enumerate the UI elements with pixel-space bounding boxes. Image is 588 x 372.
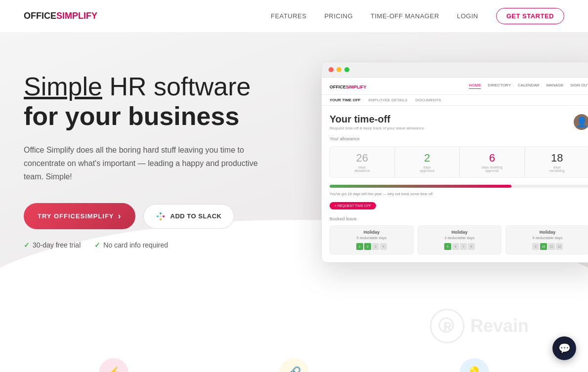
app-nav-links: HOME DIRECTORY CALENDAR MANAGE SIGN OUT — [469, 83, 588, 89]
progress-bar-wrap — [330, 185, 588, 188]
booked-days-1: 5 deductable days — [334, 236, 409, 240]
empower-icon: 💡 — [467, 366, 482, 372]
booked-label: Booked leave — [330, 216, 588, 221]
feature-integrate: 🔗 Integrate — [204, 358, 384, 372]
allow-num-remaining: 18 — [529, 152, 586, 165]
cal-cell: 11 — [548, 243, 555, 250]
svg-rect-3 — [163, 215, 165, 217]
cal-cell: 6 — [452, 243, 459, 250]
booked-type-3: Holiday — [510, 230, 585, 235]
app-header-row: Your time-off Request time-off & keep tr… — [330, 114, 588, 130]
allowance-label: Your allowance — [330, 136, 588, 141]
calendar-row-1: 1 2 3 4 — [334, 243, 409, 250]
logo-simplify: SIMPLIFY — [56, 11, 97, 21]
cal-cell: 2 — [364, 243, 371, 250]
app-body: Your time-off Request time-off & keep tr… — [322, 106, 588, 262]
check-card: ✓ No card info required — [94, 241, 168, 249]
cal-cell: 12 — [556, 243, 563, 250]
app-nav-bar: OFFICESIMPLIFY HOME DIRECTORY CALENDAR M… — [322, 78, 588, 95]
modernize-icon-wrap: ⚡ — [99, 358, 128, 372]
get-started-button[interactable]: GET STARTED — [496, 8, 564, 24]
slack-button-label: ADD TO SLACK — [170, 212, 222, 220]
booked-card-3: Holiday 9 deductable days 9 10 11 12 — [505, 225, 588, 254]
calendar-row-3: 9 10 11 12 — [510, 243, 585, 250]
app-tabs: YOUR TIME OFF EMPLOYEE DETAILS DOCUMENTS — [322, 95, 588, 106]
app-nav-signout: SIGN OUT — [570, 83, 588, 89]
arrow-icon: › — [118, 211, 122, 221]
window-dot-yellow — [336, 67, 341, 72]
add-to-slack-button[interactable]: ADD TO SLACK — [143, 204, 234, 229]
allow-card-approved: 2 daysapproved — [395, 146, 460, 178]
app-titlebar — [322, 62, 588, 78]
check-trial: ✓ 30-day free trial — [24, 241, 81, 249]
progress-bar-fill — [330, 185, 511, 188]
allow-card-total: 26 daysallowance — [330, 146, 395, 178]
checkmark-icon-2: ✓ — [94, 241, 100, 249]
nav-timeoff[interactable]: TIME-OFF MANAGER — [371, 12, 439, 20]
booked-type-2: Holiday — [422, 230, 497, 235]
cal-cell: 8 — [468, 243, 475, 250]
allowance-cards: 26 daysallowance 2 daysapproved 6 days a… — [330, 146, 588, 178]
try-button-label: TRY OFFICESIMPLIFY — [38, 212, 114, 220]
cal-cell: 5 — [444, 243, 451, 250]
logo: OFFICESIMPLIFY — [24, 11, 97, 21]
booked-cards: Holiday 5 deductable days 1 2 3 4 Holida… — [330, 225, 588, 254]
app-page-title: Your time-off — [330, 114, 424, 125]
app-nav-home: HOME — [469, 83, 481, 89]
svg-rect-1 — [160, 212, 162, 214]
app-nav-directory: DIRECTORY — [488, 83, 511, 89]
window-dot-green — [344, 67, 349, 72]
cal-cell: 3 — [372, 243, 379, 250]
nav-login[interactable]: LOGIN — [457, 12, 478, 20]
cal-cell: 4 — [380, 243, 387, 250]
check-trial-label: 30-day free trial — [33, 241, 81, 249]
slack-icon — [156, 211, 166, 221]
feature-modernize: ⚡ Modernize — [24, 358, 204, 372]
check-card-label: No card info required — [103, 241, 168, 249]
booked-days-3: 9 deductable days — [510, 236, 585, 240]
hero-checks: ✓ 30-day free trial ✓ No card info requi… — [24, 241, 261, 249]
avatar: 👤 — [574, 114, 588, 130]
app-logo-simplify: SIMPLIFY — [346, 84, 367, 89]
modernize-icon: ⚡ — [106, 366, 121, 372]
cal-cell: 9 — [532, 243, 539, 250]
window-dot-red — [329, 67, 334, 72]
allow-num-total: 26 — [334, 152, 390, 165]
checkmark-icon: ✓ — [24, 241, 30, 249]
integrate-icon: 🔗 — [287, 366, 301, 372]
hero-buttons: TRY OFFICESIMPLIFY › ADD TO SLACK — [24, 203, 261, 229]
allow-label-approved: daysapproved — [399, 165, 456, 172]
cal-cell: 1 — [356, 243, 363, 250]
nav-pricing[interactable]: PRICING — [324, 12, 353, 20]
app-logo-office: OFFICE — [330, 84, 346, 89]
hero-title-line2: for your business — [24, 102, 261, 131]
revain-logo-icon — [437, 316, 457, 336]
hero-section: Simple HR software for your business Off… — [0, 32, 588, 299]
booked-card-1: Holiday 5 deductable days 1 2 3 4 — [330, 225, 414, 254]
avatar-placeholder: 👤 — [576, 116, 588, 128]
cal-cell: 10 — [540, 243, 547, 250]
empower-icon-wrap: 💡 — [460, 358, 489, 372]
booked-card-2: Holiday 3 deductable days 5 6 7 8 — [418, 225, 502, 254]
hero-content: Simple HR software for your business Off… — [24, 72, 261, 249]
features-row: ⚡ Modernize 🔗 Integrate 💡 Empower — [24, 358, 564, 372]
allow-card-remaining: 18 daysremaining — [525, 146, 588, 178]
request-time-off-button[interactable]: » REQUEST TIME OFF — [330, 202, 376, 209]
svg-rect-2 — [160, 218, 162, 220]
app-tab-employee: EMPLOYEE DETAILS — [369, 98, 408, 102]
allow-label-remaining: daysremaining — [529, 165, 586, 172]
hero-title-simple: Simple — [24, 72, 102, 101]
app-tab-documents: DOCUMENTS — [416, 98, 441, 102]
cal-cell: 7 — [460, 243, 467, 250]
integrate-icon-wrap: 🔗 — [279, 358, 309, 372]
app-tab-timeoff: YOUR TIME OFF — [330, 98, 361, 102]
try-button[interactable]: TRY OFFICESIMPLIFY › — [24, 203, 135, 229]
calendar-row-2: 5 6 7 8 — [422, 243, 497, 250]
logo-office: OFFICE — [24, 11, 56, 21]
nav-links: FEATURES PRICING TIME-OFF MANAGER LOGIN … — [271, 8, 564, 24]
allow-label-awaiting: days awaitingapproval — [464, 165, 520, 172]
app-window: OFFICESIMPLIFY HOME DIRECTORY CALENDAR M… — [321, 62, 588, 263]
navbar: OFFICESIMPLIFY FEATURES PRICING TIME-OFF… — [0, 0, 588, 32]
chat-button[interactable]: 💬 — [552, 336, 576, 360]
nav-features[interactable]: FEATURES — [271, 12, 306, 20]
